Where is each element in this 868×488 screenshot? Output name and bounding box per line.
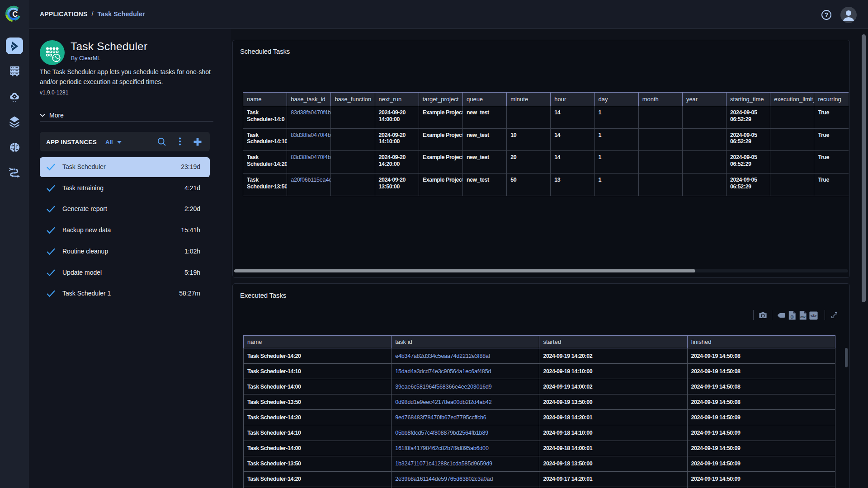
svg-text:(j): (j) — [790, 314, 794, 319]
svg-text:csv: csv — [800, 315, 806, 319]
svg-text:C: C — [12, 10, 18, 18]
svg-text:</>: </> — [811, 313, 817, 318]
svg-text:?: ? — [825, 11, 829, 19]
